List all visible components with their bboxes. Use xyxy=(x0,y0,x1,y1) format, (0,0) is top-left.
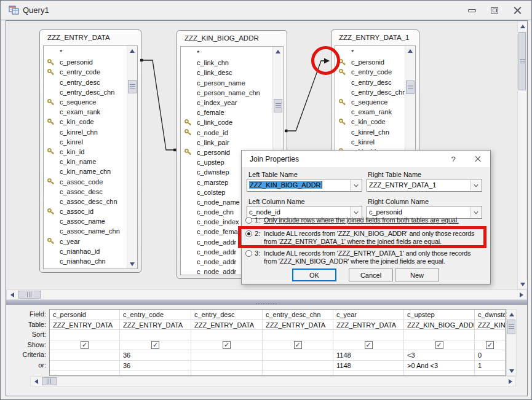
grid-cell-sort[interactable] xyxy=(50,330,120,340)
scroll-thumb[interactable] xyxy=(274,99,282,112)
grid-cell-or[interactable] xyxy=(263,361,333,371)
grid-cell-or[interactable]: 1148 xyxy=(333,361,404,371)
grid-cell-criteria[interactable]: 36 xyxy=(120,350,191,361)
radio-icon[interactable] xyxy=(245,250,252,257)
dialog-titlebar[interactable]: Join Properties ? xyxy=(242,151,490,167)
canvas-horizontal-scrollbar[interactable] xyxy=(6,289,527,300)
grid-cell-blank[interactable] xyxy=(333,371,404,375)
show-checkbox[interactable]: ✓ xyxy=(365,341,373,349)
field-row[interactable]: c_exam_rank xyxy=(44,107,127,117)
show-checkbox[interactable]: ✓ xyxy=(81,341,89,349)
scroll-down-button[interactable] xyxy=(127,259,137,269)
grid-cell-table[interactable]: ZZZ_ENTRY_DATA xyxy=(50,320,120,331)
field-row[interactable]: c_entry_code xyxy=(335,67,405,77)
grid-cell-field[interactable]: c_entry_desc xyxy=(191,310,263,320)
field-row[interactable]: c_kinrel_chn xyxy=(44,127,127,137)
field-row[interactable]: c_link_code xyxy=(181,117,272,127)
grid-cell-table[interactable]: ZZZ_ENTRY_DATA xyxy=(333,320,404,331)
grid-cell-blank[interactable] xyxy=(50,371,120,375)
field-row[interactable]: c_entry_desc xyxy=(335,77,405,87)
scroll-thumb[interactable] xyxy=(42,377,57,385)
field-row[interactable]: c_kin_name_chn xyxy=(44,167,127,176)
scroll-left-button[interactable] xyxy=(31,377,41,386)
field-row[interactable]: c_entry_desc_chn xyxy=(44,87,127,97)
field-row[interactable]: * xyxy=(44,47,127,57)
grid-cell-criteria[interactable]: 0 xyxy=(475,350,506,361)
grid-cell-sort[interactable] xyxy=(263,330,333,340)
grid-cell-field[interactable]: c_upstep xyxy=(404,310,475,320)
field-row[interactable]: c_assoc_name xyxy=(44,216,127,226)
titlebar[interactable]: Query1 xyxy=(1,1,531,20)
field-row[interactable]: c_link_desc xyxy=(181,68,272,77)
field-row[interactable]: c_assoc_desc_chn xyxy=(44,197,127,206)
grid-cell-blank[interactable] xyxy=(120,371,191,375)
field-row[interactable]: c_assoc_name_chn xyxy=(44,226,127,236)
dialog-close-button[interactable] xyxy=(470,154,485,165)
left-table-dropdown-button[interactable] xyxy=(350,180,361,190)
grid-cell-criteria[interactable] xyxy=(263,350,333,361)
grid-cell-show[interactable]: ✓ xyxy=(50,340,120,351)
grid-cell-field[interactable]: c_dwnstep xyxy=(475,310,506,320)
grid-cell-field[interactable]: c_entry_desc_chn xyxy=(263,310,333,320)
grid-cell-table[interactable]: ZZZ_ENTRY_DATA xyxy=(263,320,333,331)
close-button[interactable] xyxy=(510,5,524,16)
right-column-dropdown-button[interactable] xyxy=(470,207,481,218)
grid-cell-table[interactable]: ZZZ_ENTRY_DATA xyxy=(120,320,191,331)
grid-cell-criteria[interactable]: 1148 xyxy=(333,350,404,361)
grid-cell-show[interactable]: ✓ xyxy=(333,340,404,351)
grid-cell-sort[interactable] xyxy=(333,330,404,340)
dialog-help-button[interactable]: ? xyxy=(446,154,461,165)
field-row[interactable]: c_index_year xyxy=(181,98,272,108)
field-row[interactable]: c_nianhao_pin xyxy=(44,266,127,269)
right-table-dropdown-button[interactable] xyxy=(470,180,481,190)
left-table-combo[interactable]: ZZZ_KIN_BIOG_ADDR xyxy=(247,179,362,192)
show-checkbox[interactable]: ✓ xyxy=(435,341,443,349)
field-row[interactable]: c_nianhao_chn xyxy=(44,256,127,266)
field-row[interactable]: c_kinrel xyxy=(335,137,405,147)
minimize-button[interactable] xyxy=(465,5,478,16)
cancel-button[interactable]: Cancel xyxy=(349,269,393,281)
grid-cell-table[interactable]: ZZZ_KIN_BIOG_ADDR xyxy=(475,320,506,331)
scroll-right-button[interactable] xyxy=(506,377,515,386)
right-table-combo[interactable]: ZZZ_ENTRY_DATA_1 xyxy=(367,179,482,192)
field-row[interactable]: c_kinrel_chn xyxy=(335,127,405,137)
show-checkbox[interactable]: ✓ xyxy=(486,341,494,349)
canvas-vertical-scrollbar[interactable] xyxy=(517,21,527,289)
grid-cell-sort[interactable] xyxy=(475,330,506,340)
field-row[interactable]: c_link_chn xyxy=(181,58,272,68)
scroll-left-button[interactable] xyxy=(7,290,17,299)
grid-cell-blank[interactable] xyxy=(475,371,506,375)
field-row[interactable]: c_person_name xyxy=(181,78,272,88)
grid-horizontal-scrollbar[interactable] xyxy=(30,376,516,386)
show-checkbox[interactable]: ✓ xyxy=(223,341,231,349)
grid-cell-criteria[interactable]: <3 xyxy=(404,350,475,361)
field-row[interactable]: c_kin_code xyxy=(335,117,405,127)
grid-cell-criteria[interactable] xyxy=(191,350,263,361)
grid-cell-field[interactable]: c_year xyxy=(333,310,404,320)
restore-button[interactable] xyxy=(488,5,501,16)
field-row[interactable]: c_sequence xyxy=(44,97,127,107)
field-row[interactable]: c_entry_desc_chn xyxy=(335,87,405,97)
grid-cell-show[interactable]: ✓ xyxy=(475,340,506,351)
scroll-thumb[interactable] xyxy=(128,80,137,93)
field-row[interactable]: c_assoc_code xyxy=(44,176,127,186)
grid-cell-or[interactable] xyxy=(191,361,263,371)
grid-cell-blank[interactable] xyxy=(191,371,263,375)
grid-cell-or[interactable]: 1 xyxy=(475,361,506,371)
field-row[interactable]: c_assoc_desc xyxy=(44,187,127,197)
show-checkbox[interactable]: ✓ xyxy=(294,341,302,349)
scroll-thumb[interactable] xyxy=(518,32,526,90)
field-row[interactable]: c_kin_name xyxy=(44,157,127,167)
grid-cell-blank[interactable] xyxy=(404,371,475,375)
field-row[interactable]: c_entry_desc xyxy=(44,77,127,87)
field-row[interactable]: c_node_id xyxy=(181,128,272,138)
field-row[interactable]: c_person_name_chn xyxy=(181,88,272,98)
scroll-thumb[interactable] xyxy=(406,80,415,94)
field-row[interactable]: c_entry_code xyxy=(44,67,127,77)
scroll-right-button[interactable] xyxy=(517,290,526,299)
grid-cell-show[interactable]: ✓ xyxy=(191,340,263,351)
field-list-scrollbar[interactable] xyxy=(127,46,137,269)
field-row[interactable]: c_female xyxy=(181,108,272,117)
new-button[interactable]: New xyxy=(395,269,439,281)
grid-cell-show[interactable]: ✓ xyxy=(404,340,475,351)
